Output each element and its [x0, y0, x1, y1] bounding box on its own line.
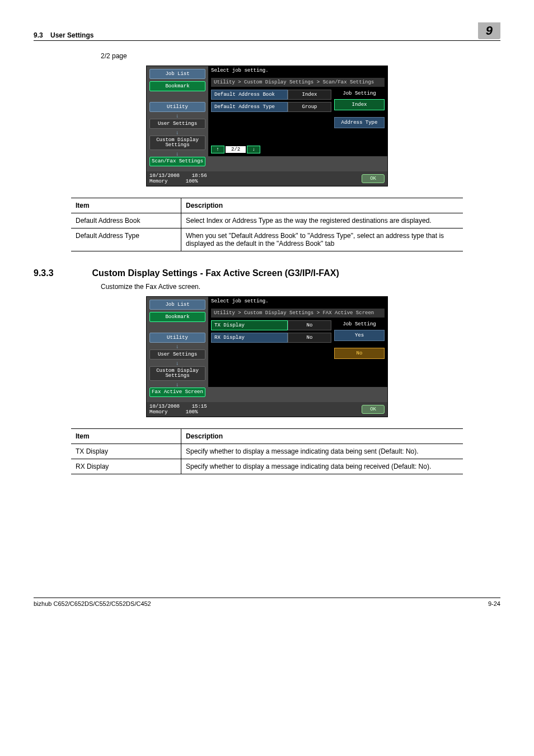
panel-instruction: Select job setting.: [208, 297, 387, 306]
footer-memory: 100%: [186, 409, 198, 415]
ok-button[interactable]: OK: [362, 405, 385, 414]
table-scanfax: Item Description Default Address Book Se…: [71, 198, 463, 251]
default-address-book-value: Index: [288, 90, 331, 100]
panel-instruction: Select job setting.: [208, 66, 387, 75]
chapter-tab: 9: [478, 22, 500, 39]
default-address-type-value: Group: [288, 102, 331, 112]
footer-date: 10/13/2008: [149, 404, 180, 409]
tx-display-label: TX Display: [211, 320, 288, 330]
custom-display-crumb[interactable]: Custom Display Settings: [149, 136, 205, 150]
page-up-button[interactable]: ↑: [211, 146, 224, 153]
table-row: Default Address Type When you set "Defau…: [71, 228, 463, 251]
table-row: Default Address Book Select Index or Add…: [71, 213, 463, 228]
arrow-down-icon: ↓: [149, 383, 205, 388]
page-header: 9.3 User Settings 9: [34, 22, 500, 41]
footer-memory: 100%: [186, 179, 198, 184]
table-header-desc: Description: [181, 198, 463, 213]
table-row: TX Display Specify whether to display a …: [71, 444, 463, 459]
section-number: 9.3: [34, 31, 43, 39]
footer-memory-label: Memory: [149, 409, 167, 415]
job-list-tab[interactable]: Job List: [149, 300, 205, 310]
footer-pagenum: 9-24: [488, 600, 500, 607]
scanfax-crumb[interactable]: Scan/Fax Settings: [149, 157, 205, 166]
custom-display-crumb[interactable]: Custom Display Settings: [149, 366, 205, 381]
table-header-desc: Description: [181, 429, 463, 444]
section-heading: 9.3.3 Custom Display Settings - Fax Acti…: [34, 268, 500, 278]
panel-footer: 10/13/2008 15:15 Memory 100% OK: [147, 402, 387, 417]
arrow-down-icon: ↓: [149, 345, 205, 349]
breadcrumb: Utility > Custom Display Settings > Scan…: [211, 78, 385, 87]
index-button[interactable]: Index: [334, 99, 385, 110]
arrow-down-icon: ↓: [149, 362, 205, 366]
yes-button[interactable]: Yes: [334, 330, 385, 341]
footer-memory-label: Memory: [149, 179, 167, 184]
pager: ↑ 2/2 ↓: [211, 146, 331, 153]
fax-active-crumb[interactable]: Fax Active Screen: [149, 388, 205, 397]
default-address-type-label: Default Address Type: [211, 102, 288, 112]
job-setting-header: Job Setting: [334, 320, 385, 328]
tx-display-value: No: [288, 320, 331, 330]
footer-time: 18:56: [192, 173, 207, 179]
arrow-down-icon: ↓: [149, 131, 205, 136]
breadcrumb: Utility > Custom Display Settings > FAX …: [211, 309, 385, 318]
page-footer: bizhub C652/C652DS/C552/C552DS/C452 9-24: [34, 598, 500, 607]
footer-model: bizhub C652/C652DS/C552/C552DS/C452: [34, 600, 151, 607]
bookmark-tab[interactable]: Bookmark: [149, 81, 205, 91]
cell-item: Default Address Type: [71, 228, 181, 251]
page-number: 2/2: [226, 146, 246, 153]
no-button[interactable]: No: [334, 348, 385, 359]
section-body: Customize the Fax Active screen.: [101, 283, 500, 291]
default-address-book-label: Default Address Book: [211, 90, 288, 100]
user-settings-crumb[interactable]: User Settings: [149, 349, 205, 360]
table-header-item: Item: [71, 198, 181, 213]
rx-display-value: No: [288, 333, 331, 343]
arrow-down-icon: ↓: [149, 152, 205, 157]
ok-button[interactable]: OK: [362, 174, 385, 183]
cell-item: TX Display: [71, 444, 181, 459]
screenshot-faxactive: Job List Bookmark Utility ↓ User Setting…: [146, 296, 388, 417]
cell-item: RX Display: [71, 459, 181, 474]
cell-desc: Specify whether to display a message ind…: [181, 459, 463, 474]
utility-crumb[interactable]: Utility: [149, 102, 205, 112]
section-title: User Settings: [50, 31, 93, 39]
section-number: 9.3.3: [34, 268, 90, 278]
section-title: Custom Display Settings - Fax Active Scr…: [92, 268, 339, 278]
table-row: RX Display Specify whether to display a …: [71, 459, 463, 474]
arrow-down-icon: ↓: [149, 114, 205, 119]
cell-item: Default Address Book: [71, 213, 181, 228]
table-header-item: Item: [71, 429, 181, 444]
footer-date: 10/13/2008: [149, 173, 180, 179]
job-setting-header: Job Setting: [334, 90, 385, 97]
job-list-tab[interactable]: Job List: [149, 69, 205, 79]
cell-desc: Select Index or Address Type as the way …: [181, 213, 463, 228]
page-down-button[interactable]: ↓: [247, 146, 260, 153]
user-settings-crumb[interactable]: User Settings: [149, 119, 205, 129]
utility-crumb[interactable]: Utility: [149, 333, 205, 343]
cell-desc: Specify whether to display a message ind…: [181, 444, 463, 459]
footer-time: 15:15: [192, 404, 207, 409]
table-faxactive: Item Description TX Display Specify whet…: [71, 428, 463, 474]
address-type-button[interactable]: Address Type: [334, 117, 385, 128]
cell-desc: When you set "Default Address Book" to "…: [181, 228, 463, 251]
screenshot-scanfax: Job List Bookmark Utility ↓ User Setting…: [146, 66, 388, 186]
rx-display-label: RX Display: [211, 333, 288, 343]
panel-footer: 10/13/2008 18:56 Memory 100% OK: [147, 171, 387, 186]
page-indicator: 2/2 page: [101, 52, 500, 60]
bookmark-tab[interactable]: Bookmark: [149, 312, 205, 322]
